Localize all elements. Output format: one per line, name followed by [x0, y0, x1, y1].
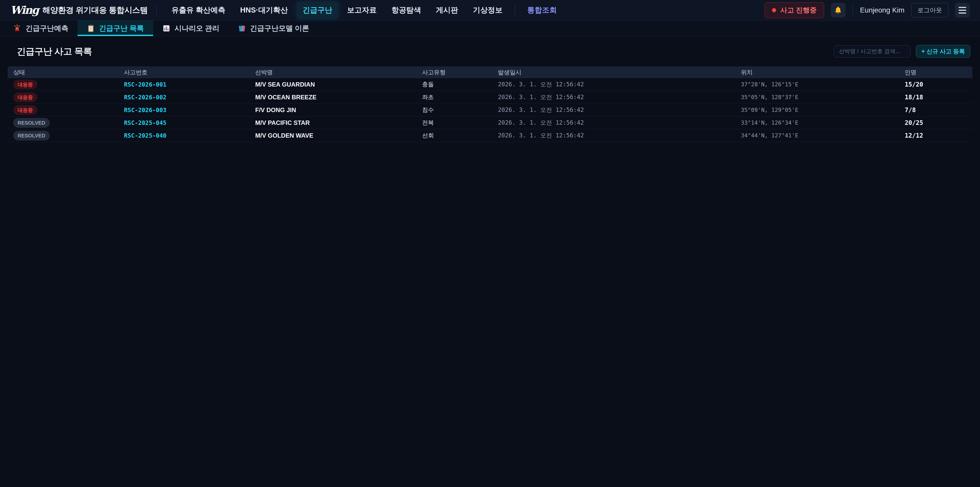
notification-bell-button[interactable] — [831, 3, 845, 18]
books-icon — [238, 24, 246, 32]
nav-divider — [515, 5, 515, 15]
page-title: 긴급구난 사고 목록 — [17, 45, 92, 57]
persons-count: 7/8 — [899, 107, 973, 113]
topnav-right-group: 사고 진행중 Eunjeong Kim 로그아웃 — [765, 2, 970, 18]
nav-item-integrated-search[interactable]: 통합조회 — [521, 2, 563, 19]
tab-rescue-list[interactable]: 긴급구난 목록 — [78, 21, 153, 36]
nav-item-weather[interactable]: 기상정보 — [467, 2, 509, 19]
column-header-vessel: 선박명 — [250, 69, 417, 77]
vessel-name: M/V GOLDEN WAVE — [250, 132, 417, 139]
vessel-name: M/V OCEAN BREEZE — [250, 94, 417, 101]
incident-type: 충돌 — [417, 80, 492, 88]
incident-datetime: 2026. 3. 1. 오전 12:56:42 — [492, 106, 735, 114]
tab-label: 긴급구난모델 이론 — [250, 24, 309, 33]
incident-id-link[interactable]: RSC-2026-003 — [118, 107, 250, 113]
logout-button[interactable]: 로그아웃 — [911, 3, 948, 18]
status-badge: 대응중 — [13, 93, 37, 102]
page-header-actions: + 신규 사고 등록 — [834, 45, 970, 58]
nav-item-oil-spill[interactable]: 유출유 확산예측 — [165, 2, 231, 19]
tab-rescue-prediction[interactable]: 긴급구난예측 — [3, 21, 78, 36]
vessel-name: M/V SEA GUARDIAN — [250, 81, 417, 88]
column-header-datetime: 발생일시 — [492, 69, 735, 77]
new-incident-button[interactable]: + 신규 사고 등록 — [916, 45, 970, 58]
column-header-status: 상태 — [8, 69, 118, 77]
user-divider — [853, 5, 853, 15]
incident-type: 선회 — [417, 131, 492, 139]
incident-position: 37°28'N, 126°15'E — [735, 81, 899, 88]
column-header-persons: 인명 — [899, 69, 973, 77]
incident-type: 좌초 — [417, 93, 492, 101]
incident-position: 35°09'N, 129°05'E — [735, 107, 899, 113]
tab-label: 시나리오 관리 — [175, 24, 220, 33]
nav-item-board[interactable]: 게시판 — [430, 2, 464, 19]
incident-datetime: 2026. 3. 1. 오전 12:56:42 — [492, 119, 735, 127]
nav-item-rescue[interactable]: 긴급구난 — [297, 2, 339, 19]
logo-divider — [156, 5, 157, 15]
incident-datetime: 2026. 3. 1. 오전 12:56:42 — [492, 131, 735, 139]
tab-label: 긴급구난예측 — [25, 24, 68, 33]
incident-id-link[interactable]: RSC-2025-040 — [118, 132, 250, 139]
table-row[interactable]: 대응중 RSC-2026-003 F/V DONG JIN 침수 2026. 3… — [8, 104, 972, 117]
main-nav: 유출유 확산예측 HNS·대기확산 긴급구난 보고자료 항공탐색 게시판 기상정… — [165, 2, 563, 19]
page-header: 긴급구난 사고 목록 + 신규 사고 등록 — [0, 36, 980, 66]
persons-count: 12/12 — [899, 132, 973, 139]
clipboard-icon — [87, 24, 95, 32]
incident-id-link[interactable]: RSC-2025-045 — [118, 120, 250, 126]
hamburger-menu-icon — [959, 7, 966, 14]
table-row[interactable]: RESOLVED RSC-2025-040 M/V GOLDEN WAVE 선회… — [8, 129, 972, 142]
tab-label: 긴급구난 목록 — [99, 24, 144, 33]
incident-table: 상태 사고번호 선박명 사고유형 발생일시 위치 인명 대응중 RSC-2026… — [8, 66, 972, 142]
table-row[interactable]: 대응중 RSC-2026-001 M/V SEA GUARDIAN 충돌 202… — [8, 78, 972, 91]
logo-wordmark: Wing — [10, 5, 38, 16]
column-header-incident-id: 사고번호 — [118, 69, 250, 77]
hamburger-menu-button[interactable] — [955, 3, 970, 18]
incident-datetime: 2026. 3. 1. 오전 12:56:42 — [492, 93, 735, 101]
incident-position: 33°14'N, 126°34'E — [735, 120, 899, 126]
vessel-name: F/V DONG JIN — [250, 107, 417, 113]
user-name: Eunjeong Kim — [860, 6, 904, 14]
red-dot-icon — [772, 8, 776, 12]
incident-type: 전복 — [417, 119, 492, 127]
bell-icon — [834, 6, 842, 14]
incident-position: 35°05'N, 128°37'E — [735, 94, 899, 101]
incident-id-link[interactable]: RSC-2026-002 — [118, 94, 250, 101]
incident-type: 침수 — [417, 106, 492, 114]
persons-count: 15/20 — [899, 81, 973, 88]
incident-datetime: 2026. 3. 1. 오전 12:56:42 — [492, 80, 735, 88]
table-row[interactable]: 대응중 RSC-2026-002 M/V OCEAN BREEZE 좌초 202… — [8, 91, 972, 104]
status-badge: RESOLVED — [13, 118, 50, 128]
incident-in-progress-badge: 사고 진행중 — [765, 2, 824, 18]
incident-position: 34°44'N, 127°41'E — [735, 132, 899, 139]
nav-item-air-search[interactable]: 항공탐색 — [385, 2, 427, 19]
vessel-name: M/V PACIFIC STAR — [250, 119, 417, 126]
table-header-row: 상태 사고번호 선박명 사고유형 발생일시 위치 인명 — [8, 66, 972, 78]
status-badge: 대응중 — [13, 80, 37, 89]
app-logo[interactable]: Wing 해양환경 위기대응 통합시스템 — [10, 5, 148, 16]
search-input[interactable] — [834, 45, 910, 57]
column-header-type: 사고유형 — [417, 69, 492, 77]
persons-count: 20/25 — [899, 119, 973, 126]
status-badge: 대응중 — [13, 105, 37, 115]
top-navigation-bar: Wing 해양환경 위기대응 통합시스템 유출유 확산예측 HNS·대기확산 긴… — [0, 0, 980, 21]
sub-tab-bar: 긴급구난예측 긴급구난 목록 시나리오 관리 긴급구난모델 이론 — [0, 21, 980, 36]
incident-status-label: 사고 진행중 — [780, 6, 817, 15]
incident-id-link[interactable]: RSC-2026-001 — [118, 81, 250, 88]
persons-count: 18/18 — [899, 94, 973, 101]
column-header-position: 위치 — [735, 69, 899, 77]
status-badge: RESOLVED — [13, 131, 50, 141]
tab-scenario-management[interactable]: 시나리오 관리 — [153, 21, 229, 36]
bar-chart-icon — [162, 24, 170, 32]
nav-item-hns[interactable]: HNS·대기확산 — [234, 2, 294, 19]
siren-icon — [13, 24, 21, 33]
nav-item-reports[interactable]: 보고자료 — [341, 2, 383, 19]
tab-rescue-model-theory[interactable]: 긴급구난모델 이론 — [229, 21, 318, 36]
table-row[interactable]: RESOLVED RSC-2025-045 M/V PACIFIC STAR 전… — [8, 117, 972, 129]
app-title: 해양환경 위기대응 통합시스템 — [42, 5, 148, 16]
